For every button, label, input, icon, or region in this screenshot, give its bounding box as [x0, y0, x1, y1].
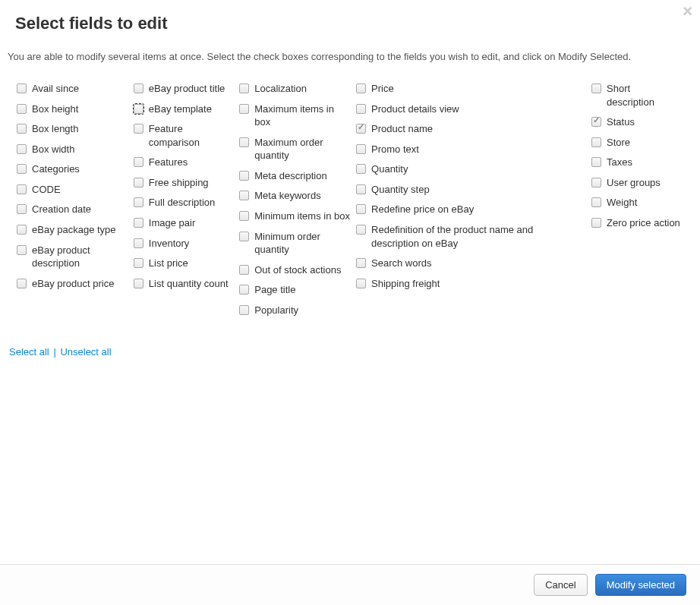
field-label[interactable]: Quantity: [371, 162, 414, 176]
field-label[interactable]: Minimum order quantity: [254, 230, 356, 257]
checkbox-zero-price-action[interactable]: [591, 218, 601, 228]
checkbox-box-width[interactable]: [17, 144, 27, 154]
field-label[interactable]: Search words: [371, 257, 437, 270]
checkbox-redefine-price-on-ebay[interactable]: [356, 204, 366, 214]
checkbox-search-words[interactable]: [356, 258, 366, 268]
field-label[interactable]: eBay product description: [32, 244, 134, 270]
checkbox-feature-comparison[interactable]: [134, 124, 143, 134]
checkbox-out-of-stock-actions[interactable]: [239, 265, 249, 275]
field-label[interactable]: Popularity: [254, 304, 304, 317]
field-label[interactable]: eBay package type: [32, 223, 122, 237]
checkbox-inventory[interactable]: [134, 238, 143, 248]
checkbox-status[interactable]: [591, 117, 601, 127]
checkbox-short-description[interactable]: [591, 84, 601, 93]
checkbox-product-details-view[interactable]: [356, 104, 366, 114]
checkbox-minimum-order-quantity[interactable]: [239, 232, 249, 241]
field-label[interactable]: Free shipping: [149, 176, 215, 190]
field-label[interactable]: User groups: [607, 176, 667, 190]
select-all-link[interactable]: Select all: [9, 346, 49, 358]
checkbox-list-quantity-count[interactable]: [134, 279, 143, 288]
unselect-all-link[interactable]: Unselect all: [60, 346, 111, 358]
field-label[interactable]: Localization: [254, 82, 313, 96]
checkbox-meta-keywords[interactable]: [239, 191, 249, 200]
checkbox-list-price[interactable]: [134, 258, 143, 268]
field-label[interactable]: Maximum order quantity: [254, 136, 356, 162]
field-label[interactable]: CODE: [32, 183, 67, 197]
field-label[interactable]: Meta description: [254, 169, 333, 183]
field-label[interactable]: List quantity count: [149, 277, 235, 291]
field-label[interactable]: Weight: [607, 196, 643, 210]
checkbox-ebay-package-type[interactable]: [17, 225, 27, 235]
checkbox-creation-date[interactable]: [17, 204, 27, 214]
checkbox-shipping-freight[interactable]: [356, 279, 366, 288]
field-label[interactable]: Box width: [32, 143, 80, 156]
checkbox-localization[interactable]: [239, 84, 249, 93]
checkbox-code[interactable]: [17, 184, 27, 194]
checkbox-user-groups[interactable]: [591, 178, 601, 187]
field-label[interactable]: Feature comparison: [149, 122, 239, 149]
field-label[interactable]: Box height: [32, 102, 84, 116]
checkbox-popularity[interactable]: [239, 305, 249, 315]
field-label[interactable]: Status: [607, 115, 641, 129]
checkbox-ebay-template[interactable]: [134, 104, 143, 114]
checkbox-store[interactable]: [591, 137, 601, 147]
checkbox-ebay-product-title[interactable]: [134, 84, 143, 93]
field-label[interactable]: Store: [607, 136, 636, 150]
checkbox-full-description[interactable]: [134, 197, 143, 207]
field-label[interactable]: Promo text: [371, 143, 425, 156]
checkbox-taxes[interactable]: [591, 157, 601, 167]
field-label[interactable]: Full description: [149, 196, 221, 210]
field-label[interactable]: Product details view: [371, 102, 465, 116]
cancel-button[interactable]: Cancel: [534, 574, 587, 596]
checkbox-ebay-product-description[interactable]: [17, 245, 27, 255]
field-label[interactable]: Short description: [607, 82, 686, 109]
field-label[interactable]: Maximum items in box: [254, 102, 356, 129]
checkbox-categories[interactable]: [17, 164, 27, 174]
checkbox-quantity-step[interactable]: [356, 184, 366, 194]
field-label[interactable]: Shipping freight: [371, 277, 446, 291]
field-label[interactable]: Meta keywords: [254, 189, 326, 203]
checkbox-maximum-order-quantity[interactable]: [239, 137, 249, 147]
field-label[interactable]: eBay product price: [32, 277, 120, 291]
checkbox-promo-text[interactable]: [356, 144, 366, 154]
field-label[interactable]: Redefinition of the product name and des…: [371, 223, 546, 250]
checkbox-redefinition-of-product-name-and-description-on-ebay[interactable]: [356, 225, 366, 235]
checkbox-minimum-items-in-box[interactable]: [239, 211, 249, 221]
field-label[interactable]: Minimum items in box: [254, 210, 356, 223]
field-label[interactable]: Out of stock actions: [254, 263, 347, 277]
field-label[interactable]: Image pair: [149, 216, 201, 230]
field-label[interactable]: Avail since: [32, 82, 85, 96]
checkbox-price[interactable]: [356, 84, 366, 93]
checkbox-meta-description[interactable]: [239, 171, 249, 181]
modify-selected-button[interactable]: Modify selected: [595, 574, 686, 596]
checkbox-weight[interactable]: [591, 197, 601, 207]
field-label[interactable]: Box length: [32, 122, 84, 136]
field-label[interactable]: Price: [371, 82, 400, 96]
field-label[interactable]: Taxes: [607, 156, 639, 169]
checkbox-quantity[interactable]: [356, 164, 366, 174]
field-label[interactable]: eBay product title: [149, 82, 231, 96]
checkbox-page-title[interactable]: [239, 285, 249, 295]
field-label[interactable]: Product name: [371, 122, 439, 136]
field-label[interactable]: List price: [149, 257, 194, 270]
checkbox-image-pair[interactable]: [134, 218, 143, 228]
field-label[interactable]: Creation date: [32, 203, 97, 216]
checkbox-ebay-product-price[interactable]: [17, 279, 27, 288]
field-label[interactable]: Categories: [32, 162, 86, 176]
field-label[interactable]: Zero price action: [607, 216, 686, 230]
checkbox-maximum-items-in-box[interactable]: [239, 104, 249, 114]
checkbox-product-name[interactable]: [356, 124, 366, 134]
checkbox-features[interactable]: [134, 157, 143, 167]
field-label[interactable]: Page title: [254, 283, 301, 297]
field-label[interactable]: Inventory: [149, 237, 195, 251]
close-icon[interactable]: ×: [683, 3, 692, 20]
checkbox-box-length[interactable]: [17, 124, 27, 134]
field-label[interactable]: Features: [149, 156, 194, 169]
field-row-shipping-freight: Shipping freight: [356, 277, 546, 291]
checkbox-box-height[interactable]: [17, 104, 27, 114]
field-label[interactable]: Redefine price on eBay: [371, 203, 480, 216]
field-label[interactable]: Quantity step: [371, 183, 436, 197]
checkbox-avail-since[interactable]: [17, 84, 27, 93]
field-label[interactable]: eBay template: [149, 102, 218, 116]
checkbox-free-shipping[interactable]: [134, 178, 143, 187]
